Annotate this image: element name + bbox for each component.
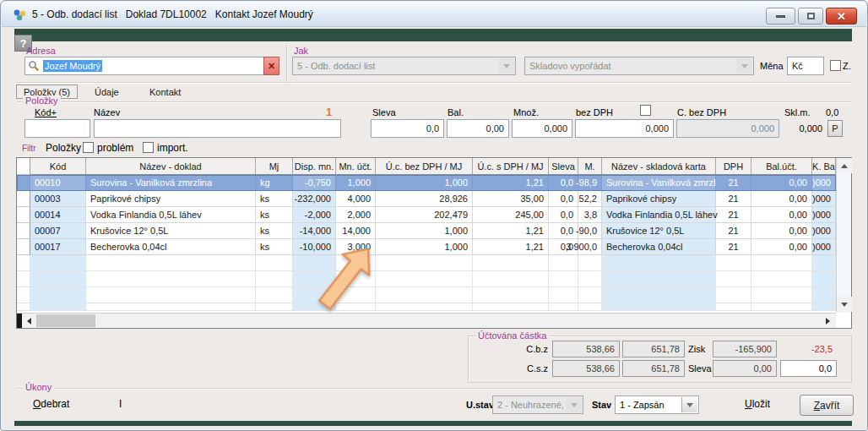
cell-uc-bez-dph[interactable]: 202,479 (376, 207, 473, 223)
column-header-bal-uct[interactable]: Bal.účt. (751, 158, 812, 175)
cell-nazev-doklad[interactable]: Krušovice 12° 0,5L (86, 223, 256, 239)
kod-input[interactable] (24, 119, 90, 138)
cell-m[interactable]: 52,2 (578, 191, 602, 207)
nazev-input[interactable] (94, 119, 341, 138)
column-header-k-ba[interactable]: K. Ba (812, 158, 836, 175)
table-row[interactable]: 00007Krušovice 12° 0,5Lks-14,00014,0001,… (17, 223, 836, 239)
cell-disp-mn[interactable]: -232,000 (293, 191, 336, 207)
cell-sleva[interactable]: 0,0 (549, 175, 578, 191)
p-button[interactable]: P (827, 120, 843, 137)
problem-checkbox[interactable] (83, 142, 94, 153)
jak-select[interactable]: 5 - Odb. dodací list (292, 57, 516, 75)
cell-dph[interactable]: 21 (716, 223, 751, 239)
cell-mj[interactable]: ks (256, 191, 293, 207)
kod-column-link[interactable]: Kód+ (35, 107, 57, 117)
cell-uc-s-dph[interactable]: 245,00 (473, 207, 549, 223)
cell-nazev-skladova-karta[interactable]: Vodka Finlandia 0,5L láhev (602, 207, 716, 223)
cell-nazev-doklad[interactable]: Paprikové chipsy (86, 191, 256, 207)
scroll-left-button[interactable] (22, 314, 36, 328)
cell-mn-uct[interactable]: 1,000 (336, 175, 376, 191)
cell-m[interactable]: 3,8 (578, 207, 602, 223)
cell-uc-s-dph[interactable]: 35,00 (473, 191, 549, 207)
row-selector[interactable] (17, 239, 30, 255)
cell-disp-mn[interactable]: -2,000 (293, 207, 336, 223)
cell-bal-uct[interactable]: 0,00 (751, 207, 812, 223)
table-row[interactable]: 00014Vodka Finlandia 0,5L láhevks-2,0002… (17, 207, 836, 223)
odebrat-button[interactable]: Odebrat (33, 398, 69, 410)
horizontal-scroll-thumb[interactable] (36, 314, 95, 327)
cell-dph[interactable]: 21 (716, 175, 751, 191)
stav-select[interactable]: 1 - Zapsán (615, 396, 699, 414)
cell-k-ba[interactable]: )000 (812, 223, 836, 239)
cell-bal-uct[interactable]: 0,00 (751, 223, 812, 239)
cell-kod[interactable]: 00014 (30, 207, 86, 223)
sklad-select[interactable]: Skladovo vypořádat (524, 57, 754, 75)
column-header-m[interactable]: M. (578, 158, 602, 175)
scroll-right-button[interactable] (821, 314, 835, 328)
cbezdph-input[interactable]: 0,000 (676, 119, 779, 138)
bal-input[interactable]: 0,00 (447, 119, 509, 138)
column-header-disp-mn[interactable]: Disp. mn. (293, 158, 336, 175)
cell-mj[interactable]: kg (256, 175, 293, 191)
cell-bal-uct[interactable]: 0,00 (751, 191, 812, 207)
cell-mj[interactable]: ks (256, 207, 293, 223)
cell-sleva[interactable]: 0,0 (549, 207, 578, 223)
cell-sleva[interactable]: 0,0 (549, 223, 578, 239)
table-row[interactable]: 00003Paprikové chipsyks-232,0004,00028,9… (17, 191, 836, 207)
cell-nazev-skladova-karta[interactable]: Surovina - Vanilková zmrzlina (602, 175, 716, 191)
cell-uc-s-dph[interactable]: 1,21 (473, 175, 549, 191)
cell-mn-uct[interactable]: 2,000 (336, 207, 376, 223)
cell-nazev-doklad[interactable]: Vodka Finlandia 0,5L láhev (86, 207, 256, 223)
column-header-kod[interactable]: Kód (30, 158, 86, 175)
cell-m[interactable]: -90,0 (578, 223, 602, 239)
cell-k-ba[interactable]: )000 (812, 207, 836, 223)
sleva-input[interactable]: 0,0 (371, 119, 444, 138)
tab-kontakt[interactable]: Kontakt (146, 86, 184, 98)
column-header-mn-uct[interactable]: Mn. účt. (336, 158, 376, 175)
cell-m[interactable]: 3 900,0 (578, 239, 602, 255)
mena-input[interactable]: Kč (787, 57, 824, 75)
scroll-down-button[interactable] (837, 297, 852, 312)
cell-mn-uct[interactable]: 4,000 (336, 191, 376, 207)
bezdph-checkbox[interactable] (640, 105, 651, 116)
close-button[interactable]: ✕ (826, 8, 857, 25)
cell-m[interactable]: -98,9 (578, 175, 602, 191)
column-header-uc-s-dph[interactable]: Ú.c. s DPH / MJ (473, 158, 549, 175)
column-header-sleva[interactable]: Sleva (549, 158, 578, 175)
scroll-up-button[interactable] (837, 158, 852, 173)
zavrit-button[interactable]: Zavřít (800, 395, 854, 416)
row-selector[interactable] (17, 207, 30, 223)
cell-dph[interactable]: 21 (716, 191, 751, 207)
tab-udaje[interactable]: Údaje (91, 86, 122, 98)
cell-mj[interactable]: ks (256, 223, 293, 239)
row-selector[interactable] (17, 223, 30, 239)
cell-kod[interactable]: 00003 (30, 191, 86, 207)
cell-kod[interactable]: 00010 (30, 175, 86, 191)
cell-disp-mn[interactable]: -10,000 (293, 239, 336, 255)
mnoz-input[interactable]: 0,000 (512, 119, 572, 138)
cell-k-ba[interactable]: )000 (812, 239, 836, 255)
cell-k-ba[interactable]: )000 (812, 191, 836, 207)
column-header-dph[interactable]: DPH (716, 158, 751, 175)
cell-disp-mn[interactable]: -0,750 (293, 175, 336, 191)
cell-dph[interactable]: 21 (716, 239, 751, 255)
column-header-nazev-skladova-karta[interactable]: Název - skladová karta (602, 158, 716, 175)
cell-nazev-skladova-karta[interactable]: Krušovice 12° 0,5L (602, 223, 716, 239)
cell-uc-s-dph[interactable]: 1,21 (473, 223, 549, 239)
cell-uc-bez-dph[interactable]: 1,000 (376, 239, 473, 255)
adresa-input[interactable]: Jozef Moudrý (24, 57, 279, 75)
cell-nazev-skladova-karta[interactable]: Becherovka 0,04cl (602, 239, 716, 255)
bezdph-input[interactable]: 0,000 (575, 119, 674, 138)
clear-adresa-button[interactable]: ✕ (263, 57, 279, 75)
cell-bal-uct[interactable]: 0,00 (751, 239, 812, 255)
ulozit-button[interactable]: Uložit (745, 398, 770, 410)
cell-disp-mn[interactable]: -14,000 (293, 223, 336, 239)
z-checkbox[interactable] (830, 60, 841, 71)
sleva-percent-input[interactable]: 0,0 (780, 360, 837, 377)
cell-mj[interactable]: ks (256, 239, 293, 255)
cell-sleva[interactable]: 0,0 (549, 191, 578, 207)
cell-uc-bez-dph[interactable]: 1,000 (376, 223, 473, 239)
row-selector[interactable] (17, 175, 30, 191)
cell-nazev-doklad[interactable]: Becherovka 0,04cl (86, 239, 256, 255)
table-row[interactable]: 00017Becherovka 0,04clks-10,0003,0001,00… (17, 239, 836, 255)
